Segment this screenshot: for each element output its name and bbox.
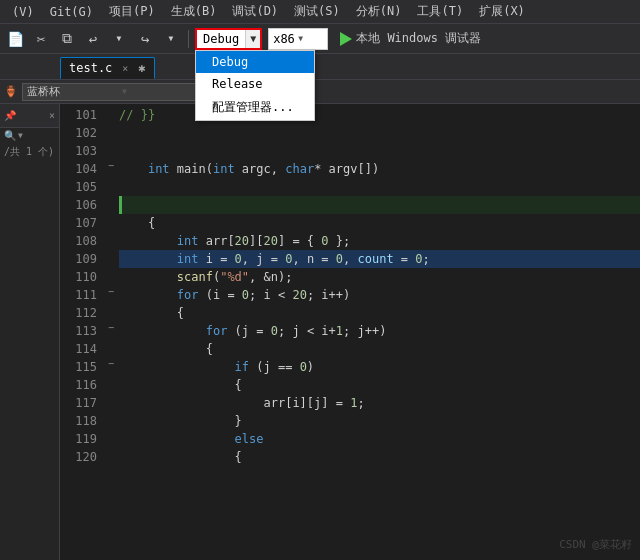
panel-header: 📌 ×: [0, 104, 59, 128]
redo-dropdown-icon[interactable]: ▼: [160, 28, 182, 50]
tab-close-icon[interactable]: ×: [118, 61, 132, 75]
fold-119: [105, 430, 119, 448]
run-button[interactable]: 本地 Windows 调试器: [340, 30, 481, 47]
search-icon: 🔍: [4, 130, 16, 141]
line-112-code: {: [119, 304, 640, 322]
fold-111[interactable]: −: [105, 286, 117, 304]
line-num-114: 114: [64, 340, 97, 358]
config-bar: 🏺 蓝桥杯 ▼ (各: [0, 80, 640, 104]
fold-117: [105, 394, 119, 412]
undo-icon[interactable]: ↩: [82, 28, 104, 50]
line-num-106: 106: [64, 196, 97, 214]
line-107-code: {: [119, 214, 640, 232]
menu-git[interactable]: Git(G): [42, 3, 101, 21]
solution-icon: 🏺: [4, 85, 18, 98]
line-105-code: [119, 178, 640, 196]
line-109-code: int i = 0, j = 0, n = 0, count = 0;: [119, 250, 640, 268]
arch-arrow-icon: ▼: [298, 34, 323, 43]
menu-build[interactable]: 生成(B): [163, 1, 225, 22]
line-116-code: {: [119, 376, 640, 394]
line-num-105: 105: [64, 178, 97, 196]
line-num-108: 108: [64, 232, 97, 250]
line-num-109: 109: [64, 250, 97, 268]
line-120-code: {: [119, 448, 640, 466]
tab-test-c[interactable]: test.c × ✱: [60, 57, 155, 79]
fold-104[interactable]: −: [105, 160, 117, 178]
tab-modified: ✱: [138, 61, 145, 75]
menu-analyze[interactable]: 分析(N): [348, 1, 410, 22]
new-file-icon[interactable]: 📄: [4, 28, 26, 50]
menu-extensions[interactable]: 扩展(X): [471, 1, 533, 22]
line-num-102: 102: [64, 124, 97, 142]
copy-icon[interactable]: ⧉: [56, 28, 78, 50]
fold-112: [105, 304, 119, 322]
menu-v[interactable]: (V): [4, 3, 42, 21]
line-119-code: else: [119, 430, 640, 448]
tab-label: test.c: [69, 61, 112, 75]
fold-107: [105, 214, 119, 232]
cut-icon[interactable]: ✂: [30, 28, 52, 50]
watermark: CSDN @菜花籽: [559, 537, 632, 552]
line-num-117: 117: [64, 394, 97, 412]
solution-label: 蓝桥杯: [27, 84, 122, 99]
redo-icon[interactable]: ↪: [134, 28, 156, 50]
menu-project[interactable]: 项目(P): [101, 1, 163, 22]
menu-debug[interactable]: 调试(D): [224, 1, 286, 22]
debug-button[interactable]: Debug ▼: [195, 28, 262, 50]
fold-114: [105, 340, 119, 358]
fold-101: [105, 106, 119, 124]
line-num-101: 101: [64, 106, 97, 124]
run-label: 本地 Windows 调试器: [356, 30, 481, 47]
solution-dropdown[interactable]: 蓝桥杯 ▼: [22, 83, 222, 101]
line-num-113: 113: [64, 322, 97, 340]
fold-106: [105, 196, 119, 214]
line-104-code: int main(int argc, char* argv[]): [119, 160, 640, 178]
arch-dropdown[interactable]: x86 ▼: [268, 28, 328, 50]
code-content[interactable]: // }} int main(int argc, char* argv[]) {…: [119, 104, 640, 560]
panel-search[interactable]: 🔍 ▼: [0, 128, 59, 143]
line-num-110: 110: [64, 268, 97, 286]
fold-115[interactable]: −: [105, 358, 117, 376]
fold-108: [105, 232, 119, 250]
fold-118: [105, 412, 119, 430]
debug-config-container: Debug ▼ Debug Release 配置管理器...: [195, 28, 262, 50]
line-num-115: 115: [64, 358, 97, 376]
fold-109: [105, 250, 119, 268]
main-area: 📌 × 🔍 ▼ /共 1 个) 101 102 103 104 105 106 …: [0, 104, 640, 560]
fold-105: [105, 178, 119, 196]
dropdown-debug[interactable]: Debug: [196, 51, 314, 73]
line-102-code: [119, 124, 640, 142]
line-num-120: 120: [64, 448, 97, 466]
fold-113[interactable]: −: [105, 322, 117, 340]
fold-102: [105, 124, 119, 142]
fold-103: [105, 142, 119, 160]
arch-label: x86: [273, 32, 298, 46]
debug-arrow[interactable]: ▼: [245, 30, 260, 48]
line-110-code: scanf("%d", &n);: [119, 268, 640, 286]
line-115-code: if (j == 0): [119, 358, 640, 376]
menu-tools[interactable]: 工具(T): [409, 1, 471, 22]
menu-bar: (V) Git(G) 项目(P) 生成(B) 调试(D) 测试(S) 分析(N)…: [0, 0, 640, 24]
line-117-code: arr[i][j] = 1;: [119, 394, 640, 412]
left-panel: 📌 × 🔍 ▼ /共 1 个): [0, 104, 60, 560]
line-106-code: [119, 196, 640, 214]
toolbar: 📄 ✂ ⧉ ↩ ▼ ↪ ▼ Debug ▼ Debug Release 配置管理…: [0, 24, 640, 54]
dropdown-release[interactable]: Release: [196, 73, 314, 95]
line-num-119: 119: [64, 430, 97, 448]
fold-120: [105, 448, 119, 466]
panel-count: /共 1 个): [0, 143, 59, 161]
dropdown-config-manager[interactable]: 配置管理器...: [196, 95, 314, 120]
panel-close-icon[interactable]: ×: [49, 110, 55, 121]
line-numbers: 101 102 103 104 105 106 107 108 109 110 …: [60, 104, 105, 560]
debug-label: Debug: [197, 32, 245, 46]
debug-dropdown-menu: Debug Release 配置管理器...: [195, 50, 315, 121]
fold-116: [105, 376, 119, 394]
panel-pin-icon: 📌: [4, 110, 16, 121]
line-113-code: for (j = 0; j < i+1; j++): [119, 322, 640, 340]
undo-dropdown-icon[interactable]: ▼: [108, 28, 130, 50]
menu-test[interactable]: 测试(S): [286, 1, 348, 22]
run-triangle-icon: [340, 32, 352, 46]
line-num-107: 107: [64, 214, 97, 232]
line-num-111: 111: [64, 286, 97, 304]
line-num-112: 112: [64, 304, 97, 322]
